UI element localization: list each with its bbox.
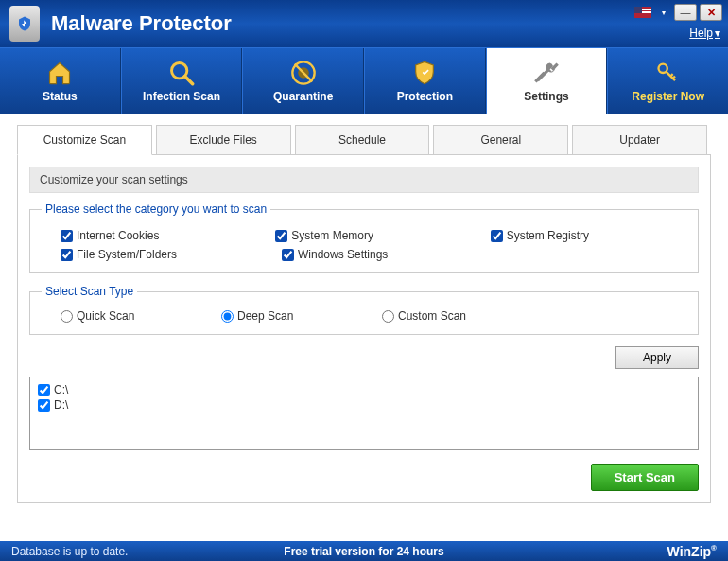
home-icon — [46, 60, 73, 86]
radio[interactable] — [61, 310, 73, 323]
section-header: Customize your scan settings — [29, 167, 699, 193]
subtab-schedule[interactable]: Schedule — [295, 125, 430, 154]
quarantine-icon — [290, 60, 317, 86]
nav-label: Status — [43, 90, 78, 103]
nav-label: Settings — [524, 90, 568, 103]
nav-label: Quarantine — [273, 90, 333, 103]
radio[interactable] — [382, 310, 394, 323]
app-title: Malware Protector — [51, 11, 232, 36]
scantype-legend: Select Scan Type — [42, 285, 137, 298]
main-navbar: Status Infection Scan Quarantine Protect… — [0, 47, 728, 114]
close-button[interactable]: ✕ — [700, 4, 722, 21]
shield-icon — [411, 60, 438, 86]
subtab-general[interactable]: General — [433, 125, 568, 154]
tools-icon — [533, 60, 560, 86]
checkbox[interactable] — [491, 230, 503, 242]
check-file-system[interactable]: File System/Folders — [42, 248, 263, 261]
drive-d[interactable]: D:\ — [38, 398, 690, 412]
nav-label: Infection Scan — [143, 90, 220, 103]
magnifier-icon — [168, 60, 195, 86]
subtab-customize-scan[interactable]: Customize Scan — [17, 125, 152, 155]
scantype-fieldset: Select Scan Type Quick Scan Deep Scan Cu… — [29, 285, 699, 335]
check-windows-settings[interactable]: Windows Settings — [263, 248, 484, 261]
checkbox[interactable] — [275, 230, 287, 242]
checkbox[interactable] — [61, 230, 73, 242]
subtab-exclude-files[interactable]: Exclude Files — [156, 125, 291, 154]
svg-line-1 — [185, 76, 193, 83]
category-legend: Please select the category you want to s… — [42, 202, 270, 216]
apply-button[interactable]: Apply — [615, 346, 699, 369]
drives-list: C:\ D:\ — [29, 377, 699, 450]
radio[interactable] — [221, 310, 234, 323]
brand-label: WinZip® — [667, 544, 717, 559]
drive-c[interactable]: C:\ — [38, 383, 690, 396]
nav-label: Protection — [397, 90, 453, 103]
nav-label: Register Now — [632, 90, 704, 103]
keys-icon — [655, 60, 682, 86]
checkbox[interactable] — [61, 249, 73, 261]
content-area: Customize Scan Exclude Files Schedule Ge… — [0, 114, 728, 541]
language-dropdown-arrow[interactable]: ▾ — [662, 9, 666, 17]
check-system-memory[interactable]: System Memory — [256, 229, 471, 242]
status-text: Database is up to date. — [11, 545, 128, 558]
settings-panel: Customize your scan settings Please sele… — [17, 154, 711, 503]
subtab-updater[interactable]: Updater — [572, 125, 707, 154]
nav-quarantine[interactable]: Quarantine — [242, 48, 364, 114]
chevron-down-icon: ▾ — [715, 26, 720, 40]
checkbox[interactable] — [282, 249, 294, 261]
help-link[interactable]: Help ▾ — [689, 26, 720, 40]
radio-custom-scan[interactable]: Custom Scan — [363, 309, 524, 323]
trial-text: Free trial version for 24 hours — [284, 545, 443, 558]
app-logo-icon — [9, 6, 40, 42]
svg-line-4 — [294, 63, 312, 81]
nav-register[interactable]: Register Now — [607, 48, 728, 114]
radio-quick-scan[interactable]: Quick Scan — [42, 309, 202, 323]
start-scan-button[interactable]: Start Scan — [591, 464, 699, 491]
svg-point-5 — [658, 63, 667, 72]
nav-settings[interactable]: Settings — [486, 48, 608, 114]
checkbox[interactable] — [38, 384, 50, 396]
settings-subtabs: Customize Scan Exclude Files Schedule Ge… — [17, 125, 711, 154]
window-controls: ▾ — ✕ — [634, 4, 722, 21]
checkbox[interactable] — [38, 399, 50, 412]
radio-deep-scan[interactable]: Deep Scan — [202, 309, 363, 323]
nav-status[interactable]: Status — [0, 48, 121, 114]
check-system-registry[interactable]: System Registry — [472, 229, 686, 242]
minimize-button[interactable]: — — [674, 4, 697, 21]
nav-infection-scan[interactable]: Infection Scan — [121, 48, 243, 114]
check-internet-cookies[interactable]: Internet Cookies — [42, 229, 256, 242]
language-flag-icon[interactable] — [634, 7, 651, 18]
statusbar: Database is up to date. Free trial versi… — [0, 541, 728, 561]
category-fieldset: Please select the category you want to s… — [29, 202, 699, 273]
titlebar: Malware Protector ▾ — ✕ Help ▾ — [0, 0, 728, 47]
nav-protection[interactable]: Protection — [364, 48, 486, 114]
help-label: Help — [689, 26, 713, 40]
